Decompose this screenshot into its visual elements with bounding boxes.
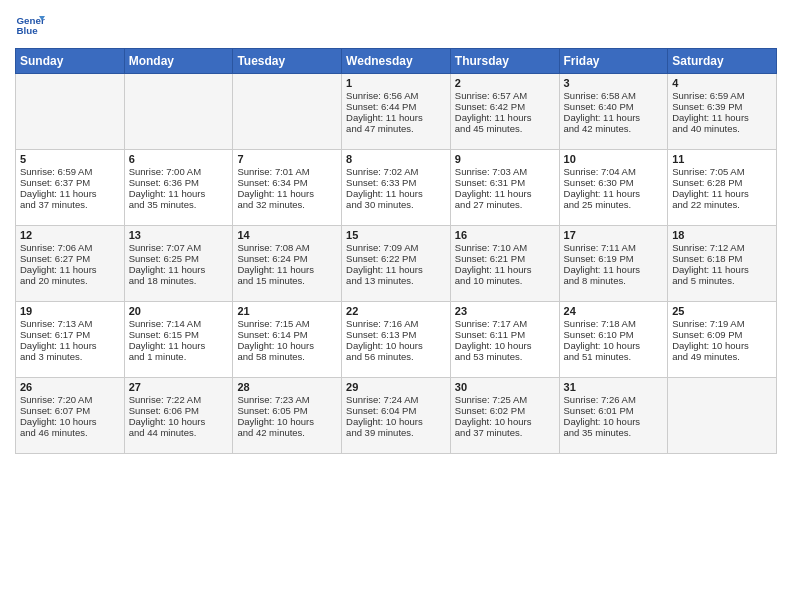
day-info: Sunrise: 7:09 AM <box>346 242 446 253</box>
day-info: Sunset: 6:36 PM <box>129 177 229 188</box>
day-info: Sunrise: 7:25 AM <box>455 394 555 405</box>
day-cell: 21Sunrise: 7:15 AMSunset: 6:14 PMDayligh… <box>233 302 342 378</box>
week-row-2: 5Sunrise: 6:59 AMSunset: 6:37 PMDaylight… <box>16 150 777 226</box>
weekday-header-tuesday: Tuesday <box>233 49 342 74</box>
day-info: and 27 minutes. <box>455 199 555 210</box>
day-info: Sunset: 6:18 PM <box>672 253 772 264</box>
day-info: and 35 minutes. <box>564 427 664 438</box>
day-info: Sunset: 6:30 PM <box>564 177 664 188</box>
day-info: and 3 minutes. <box>20 351 120 362</box>
day-info: Sunrise: 6:58 AM <box>564 90 664 101</box>
day-number: 31 <box>564 381 664 393</box>
day-number: 16 <box>455 229 555 241</box>
weekday-header-monday: Monday <box>124 49 233 74</box>
day-cell: 17Sunrise: 7:11 AMSunset: 6:19 PMDayligh… <box>559 226 668 302</box>
day-cell: 28Sunrise: 7:23 AMSunset: 6:05 PMDayligh… <box>233 378 342 454</box>
day-info: and 35 minutes. <box>129 199 229 210</box>
day-info: Sunset: 6:34 PM <box>237 177 337 188</box>
day-number: 5 <box>20 153 120 165</box>
day-number: 25 <box>672 305 772 317</box>
day-info: Daylight: 11 hours <box>237 188 337 199</box>
day-info: Sunrise: 7:08 AM <box>237 242 337 253</box>
day-info: Sunrise: 7:14 AM <box>129 318 229 329</box>
day-number: 24 <box>564 305 664 317</box>
day-cell: 11Sunrise: 7:05 AMSunset: 6:28 PMDayligh… <box>668 150 777 226</box>
day-info: Daylight: 10 hours <box>237 416 337 427</box>
day-info: and 25 minutes. <box>564 199 664 210</box>
day-info: Daylight: 11 hours <box>455 264 555 275</box>
day-info: Daylight: 10 hours <box>237 340 337 351</box>
day-info: and 51 minutes. <box>564 351 664 362</box>
day-number: 9 <box>455 153 555 165</box>
day-cell <box>233 74 342 150</box>
day-info: Sunset: 6:25 PM <box>129 253 229 264</box>
day-number: 6 <box>129 153 229 165</box>
day-info: Sunrise: 7:17 AM <box>455 318 555 329</box>
day-info: Sunset: 6:14 PM <box>237 329 337 340</box>
day-info: and 18 minutes. <box>129 275 229 286</box>
day-cell: 7Sunrise: 7:01 AMSunset: 6:34 PMDaylight… <box>233 150 342 226</box>
day-info: Daylight: 11 hours <box>564 112 664 123</box>
day-info: and 46 minutes. <box>20 427 120 438</box>
day-number: 10 <box>564 153 664 165</box>
header: General Blue <box>15 10 777 40</box>
day-info: Sunrise: 7:12 AM <box>672 242 772 253</box>
day-info: Sunrise: 7:19 AM <box>672 318 772 329</box>
day-info: Sunrise: 7:05 AM <box>672 166 772 177</box>
day-info: and 53 minutes. <box>455 351 555 362</box>
day-info: Daylight: 10 hours <box>455 340 555 351</box>
weekday-header-wednesday: Wednesday <box>342 49 451 74</box>
day-number: 27 <box>129 381 229 393</box>
day-info: and 49 minutes. <box>672 351 772 362</box>
day-info: Daylight: 11 hours <box>20 188 120 199</box>
day-cell: 1Sunrise: 6:56 AMSunset: 6:44 PMDaylight… <box>342 74 451 150</box>
week-row-3: 12Sunrise: 7:06 AMSunset: 6:27 PMDayligh… <box>16 226 777 302</box>
day-info: and 13 minutes. <box>346 275 446 286</box>
week-row-4: 19Sunrise: 7:13 AMSunset: 6:17 PMDayligh… <box>16 302 777 378</box>
day-info: Sunrise: 7:04 AM <box>564 166 664 177</box>
day-info: and 32 minutes. <box>237 199 337 210</box>
day-info: and 37 minutes. <box>455 427 555 438</box>
day-info: Sunset: 6:24 PM <box>237 253 337 264</box>
day-info: and 1 minute. <box>129 351 229 362</box>
day-info: Sunrise: 6:57 AM <box>455 90 555 101</box>
day-number: 28 <box>237 381 337 393</box>
day-info: Daylight: 11 hours <box>672 264 772 275</box>
day-info: Daylight: 10 hours <box>346 340 446 351</box>
day-info: Daylight: 10 hours <box>129 416 229 427</box>
day-info: Sunrise: 7:15 AM <box>237 318 337 329</box>
day-info: and 58 minutes. <box>237 351 337 362</box>
day-info: Sunrise: 7:02 AM <box>346 166 446 177</box>
day-cell: 19Sunrise: 7:13 AMSunset: 6:17 PMDayligh… <box>16 302 125 378</box>
day-info: Sunset: 6:04 PM <box>346 405 446 416</box>
day-info: Sunrise: 7:13 AM <box>20 318 120 329</box>
day-number: 19 <box>20 305 120 317</box>
day-number: 15 <box>346 229 446 241</box>
day-info: Sunset: 6:28 PM <box>672 177 772 188</box>
day-info: Daylight: 11 hours <box>672 188 772 199</box>
day-cell: 26Sunrise: 7:20 AMSunset: 6:07 PMDayligh… <box>16 378 125 454</box>
day-number: 8 <box>346 153 446 165</box>
day-cell: 4Sunrise: 6:59 AMSunset: 6:39 PMDaylight… <box>668 74 777 150</box>
week-row-1: 1Sunrise: 6:56 AMSunset: 6:44 PMDaylight… <box>16 74 777 150</box>
day-info: Sunset: 6:15 PM <box>129 329 229 340</box>
day-cell: 27Sunrise: 7:22 AMSunset: 6:06 PMDayligh… <box>124 378 233 454</box>
day-info: and 22 minutes. <box>672 199 772 210</box>
day-info: and 37 minutes. <box>20 199 120 210</box>
day-info: Sunset: 6:33 PM <box>346 177 446 188</box>
day-info: Sunset: 6:09 PM <box>672 329 772 340</box>
day-info: and 45 minutes. <box>455 123 555 134</box>
week-row-5: 26Sunrise: 7:20 AMSunset: 6:07 PMDayligh… <box>16 378 777 454</box>
day-info: Sunrise: 7:03 AM <box>455 166 555 177</box>
day-number: 1 <box>346 77 446 89</box>
day-cell: 10Sunrise: 7:04 AMSunset: 6:30 PMDayligh… <box>559 150 668 226</box>
day-cell: 30Sunrise: 7:25 AMSunset: 6:02 PMDayligh… <box>450 378 559 454</box>
day-info: Sunset: 6:19 PM <box>564 253 664 264</box>
weekday-header-sunday: Sunday <box>16 49 125 74</box>
day-info: Sunset: 6:42 PM <box>455 101 555 112</box>
day-info: Sunset: 6:07 PM <box>20 405 120 416</box>
day-number: 2 <box>455 77 555 89</box>
day-cell: 31Sunrise: 7:26 AMSunset: 6:01 PMDayligh… <box>559 378 668 454</box>
day-info: Sunrise: 6:56 AM <box>346 90 446 101</box>
day-info: Sunrise: 7:16 AM <box>346 318 446 329</box>
